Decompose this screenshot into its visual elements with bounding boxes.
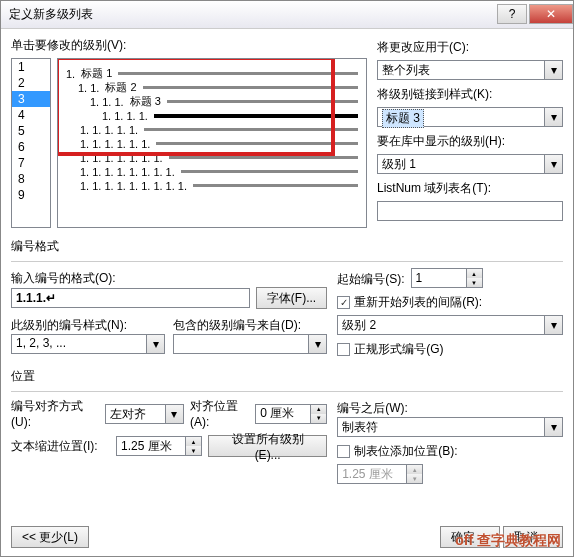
indent-spinner[interactable]: ▲▼: [116, 436, 202, 456]
level-item[interactable]: 5: [12, 123, 50, 139]
number-style-combo[interactable]: 1, 2, 3, ...▾: [11, 334, 165, 354]
level-preview-row: 1 2 3 4 5 6 7 8 9 1.标题 1 1. 1.标题 2: [11, 58, 367, 228]
font-button[interactable]: 字体(F)...: [256, 287, 327, 309]
spin-up-icon[interactable]: ▲: [467, 269, 482, 278]
legal-label: 正规形式编号(G): [354, 341, 443, 358]
window-title: 定义新多级列表: [9, 6, 497, 23]
restart-combo[interactable]: 级别 2▾: [337, 315, 563, 335]
level-item[interactable]: 7: [12, 155, 50, 171]
indent-label: 文本缩进位置(I):: [11, 438, 110, 455]
align-combo[interactable]: 左对齐▾: [105, 404, 184, 424]
less-button[interactable]: << 更少(L): [11, 526, 89, 548]
start-at-row: 起始编号(S): ▲▼: [337, 268, 563, 288]
align-at-spinner[interactable]: ▲▼: [255, 404, 327, 424]
listnum-label: ListNum 域列表名(T):: [377, 180, 563, 197]
spinner-buttons[interactable]: ▲▼: [311, 404, 327, 424]
restart-checkbox[interactable]: ✓重新开始列表的间隔(R):: [337, 294, 563, 311]
chevron-down-icon[interactable]: ▾: [309, 334, 327, 354]
ok-button[interactable]: 确定: [440, 526, 500, 548]
chevron-down-icon[interactable]: ▾: [545, 60, 563, 80]
align-at-label: 对齐位置(A):: [190, 398, 249, 429]
level-list[interactable]: 1 2 3 4 5 6 7 8 9: [11, 58, 51, 228]
align-row: 编号对齐方式(U): 左对齐▾ 对齐位置(A): ▲▼: [11, 398, 327, 429]
position-title: 位置: [11, 368, 563, 385]
align-value: 左对齐: [105, 404, 166, 424]
level-list-label: 单击要修改的级别(V):: [11, 37, 367, 54]
follow-combo[interactable]: 制表符▾: [337, 417, 563, 437]
start-at-spinner[interactable]: ▲▼: [411, 268, 483, 288]
titlebar: 定义新多级列表 ? ✕: [1, 1, 573, 29]
spin-up-icon[interactable]: ▲: [186, 437, 201, 446]
spin-up-icon[interactable]: ▲: [311, 405, 326, 414]
follow-value: 制表符: [337, 417, 545, 437]
level-item[interactable]: 1: [12, 59, 50, 75]
gallery-label: 要在库中显示的级别(H):: [377, 133, 563, 150]
checkbox-icon: [337, 445, 350, 458]
chevron-down-icon[interactable]: ▾: [545, 315, 563, 335]
apply-to-value: 整个列表: [377, 60, 545, 80]
chevron-down-icon[interactable]: ▾: [545, 154, 563, 174]
level-item[interactable]: 6: [12, 139, 50, 155]
format-row: 输入编号的格式(O): 字体(F)... 此级别的编号样式(N): 1, 2, …: [11, 268, 563, 358]
format-input-row: 字体(F)...: [11, 287, 327, 309]
style-row: 此级别的编号样式(N): 1, 2, 3, ...▾ 包含的级别编号来自(D):…: [11, 315, 327, 354]
spin-down-icon[interactable]: ▼: [311, 414, 326, 423]
position-left: 编号对齐方式(U): 左对齐▾ 对齐位置(A): ▲▼ 文本缩进位置(I): ▲…: [11, 398, 327, 484]
level-item[interactable]: 4: [12, 107, 50, 123]
footer-right: 确定 取消: [440, 526, 563, 548]
position-row: 编号对齐方式(U): 左对齐▾ 对齐位置(A): ▲▼ 文本缩进位置(I): ▲…: [11, 398, 563, 484]
help-button[interactable]: ?: [497, 4, 527, 24]
pv-bar: [193, 184, 358, 187]
spinner-buttons[interactable]: ▲▼: [186, 436, 202, 456]
pv-bar: [169, 156, 358, 159]
level-item[interactable]: 8: [12, 171, 50, 187]
preview-pane: 1.标题 1 1. 1.标题 2 1. 1. 1.标题 3 1. 1. 1. 1…: [57, 58, 367, 228]
titlebar-buttons: ? ✕: [497, 6, 573, 24]
tabstop-label: 制表位添加位置(B):: [354, 443, 457, 460]
include-from-combo[interactable]: ▾: [173, 334, 327, 354]
spin-down-icon[interactable]: ▼: [186, 446, 201, 455]
apply-to-label: 将更改应用于(C):: [377, 39, 563, 56]
tabstop-spinner: ▲▼: [337, 464, 563, 484]
tabstop-checkbox[interactable]: 制表位添加位置(B):: [337, 443, 563, 460]
spin-down-icon[interactable]: ▼: [467, 278, 482, 287]
tabstop-field: [337, 464, 407, 484]
include-from-value: [173, 334, 309, 354]
link-style-label: 将级别链接到样式(K):: [377, 86, 563, 103]
indent-field[interactable]: [116, 436, 186, 456]
set-all-levels-button[interactable]: 设置所有级别(E)...: [208, 435, 327, 457]
chevron-down-icon[interactable]: ▾: [545, 107, 563, 127]
level-item-selected[interactable]: 3: [12, 91, 50, 107]
right-column: 将更改应用于(C): 整个列表▾ 将级别链接到样式(K): 标题 3▾ 要在库中…: [377, 37, 563, 228]
level-item[interactable]: 9: [12, 187, 50, 203]
dialog-window: 定义新多级列表 ? ✕ 单击要修改的级别(V): 1 2 3 4 5 6 7: [0, 0, 574, 557]
cancel-button[interactable]: 取消: [503, 526, 563, 548]
level-item[interactable]: 2: [12, 75, 50, 91]
position-right: 编号之后(W): 制表符▾ 制表位添加位置(B): ▲▼: [337, 398, 563, 484]
chevron-down-icon[interactable]: ▾: [166, 404, 184, 424]
spinner-buttons: ▲▼: [407, 464, 423, 484]
gallery-value: 级别 1: [377, 154, 545, 174]
chevron-down-icon[interactable]: ▾: [147, 334, 165, 354]
start-at-field[interactable]: [411, 268, 467, 288]
format-input[interactable]: [11, 288, 250, 308]
left-area: 单击要修改的级别(V): 1 2 3 4 5 6 7 8 9: [11, 37, 367, 228]
align-at-field[interactable]: [255, 404, 311, 424]
pv-num: 1. 1. 1. 1. 1. 1. 1. 1.: [80, 166, 175, 178]
enter-format-label: 输入编号的格式(O):: [11, 270, 327, 287]
close-button[interactable]: ✕: [529, 4, 573, 24]
listnum-field[interactable]: [377, 201, 563, 221]
spinner-buttons[interactable]: ▲▼: [467, 268, 483, 288]
spin-down-icon: ▼: [407, 474, 422, 483]
number-format-group: 输入编号的格式(O): 字体(F)... 此级别的编号样式(N): 1, 2, …: [11, 261, 563, 358]
link-style-combo[interactable]: 标题 3▾: [377, 107, 563, 127]
legal-checkbox[interactable]: 正规形式编号(G): [337, 341, 563, 358]
number-style-value: 1, 2, 3, ...: [11, 334, 147, 354]
apply-to-combo[interactable]: 整个列表▾: [377, 60, 563, 80]
chevron-down-icon[interactable]: ▾: [545, 417, 563, 437]
number-format-title: 编号格式: [11, 238, 563, 255]
gallery-combo[interactable]: 级别 1▾: [377, 154, 563, 174]
listnum-input[interactable]: [377, 201, 563, 221]
number-style-label: 此级别的编号样式(N):: [11, 317, 165, 334]
format-field[interactable]: [11, 288, 250, 308]
